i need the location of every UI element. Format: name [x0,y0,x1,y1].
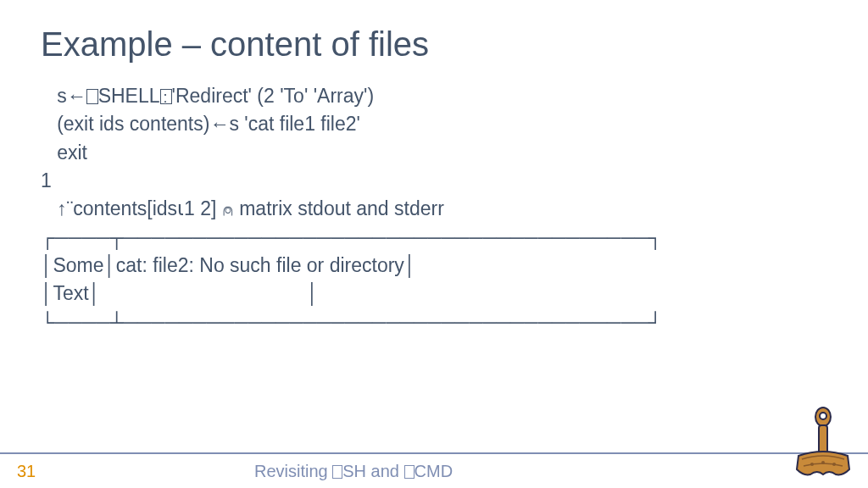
box-line-3: │Text│ │ [41,282,319,304]
code-content: s←SHELL'Redirect' (2 'To' 'Array') (exit… [41,82,827,336]
quad-icon [86,89,98,104]
code-line-3: exit [41,141,87,164]
svg-point-5 [832,463,836,466]
code-line-4: 1 [41,169,52,191]
code-line-5: ↑¨contents[ids⍳1 2] ⍝ matrix stdout and … [41,197,444,219]
box-line-2: │Some│cat: file2: No such file or direct… [41,254,416,276]
code-line-2: (exit ids contents)←s 'cat file1 file2' [41,113,360,135]
svg-point-4 [810,463,814,466]
quad-icon [404,465,415,479]
svg-point-1 [820,413,826,419]
box-line-4: └────┴──────────────────────────────────… [41,311,662,333]
box-line-1: ┌────┬──────────────────────────────────… [41,226,662,248]
quad-colon-icon [160,89,172,104]
footer-inner: 31 Revisiting SH and CMD [0,454,868,488]
footer: 31 Revisiting SH and CMD [0,452,868,488]
hammer-icon [793,407,853,483]
code-line-1: s←SHELL'Redirect' (2 'To' 'Array') [41,85,374,107]
page-number: 31 [17,462,254,481]
svg-point-3 [821,461,825,464]
slide: Example – content of files s←SHELL'Redir… [0,0,868,488]
svg-rect-2 [819,425,827,454]
slide-title: Example – content of files [41,25,827,64]
footer-title: Revisiting SH and CMD [254,462,453,481]
quad-icon [332,465,342,479]
